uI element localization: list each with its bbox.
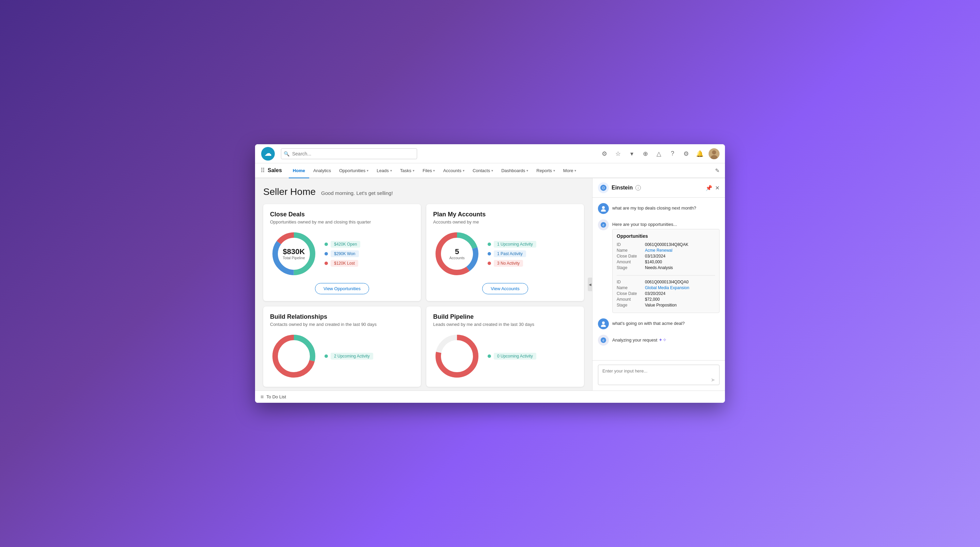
build-relationships-card: Build Relationships Contacts owned by me… [263, 306, 421, 387]
einstein-chat-avatar-1: e [598, 219, 609, 230]
opp1-id-row: ID 0061Q000013I4Q8QAK [617, 242, 715, 247]
chat-message-user2: what's going on with that acme deal? [598, 319, 719, 329]
files-chevron: ▾ [433, 169, 435, 173]
legend-dot-no-activity [488, 262, 491, 265]
plan-accounts-subtitle: Accounts owned by me [433, 219, 577, 225]
accounts-chevron: ▾ [463, 169, 465, 173]
search-input[interactable] [281, 148, 417, 159]
opp1-date-value: 03/13/2024 [645, 254, 665, 258]
einstein-avatar-icon: ⊙ [598, 182, 609, 193]
favorites-icon[interactable]: ☆ [613, 149, 623, 159]
add-icon[interactable]: ⊕ [641, 149, 650, 159]
svg-text:☁: ☁ [264, 150, 271, 157]
nav-item-accounts[interactable]: Accounts ▾ [439, 163, 468, 178]
chat-message-bot1: e Here are your top opportunities... Opp… [598, 219, 719, 313]
close-deals-subtitle: Opportunities owned by me and closing th… [270, 219, 414, 225]
legend-badge-past: 1 Past Activity [494, 251, 526, 257]
opp2-name-link[interactable]: Global Media Expansion [645, 285, 689, 290]
help-setup-icon[interactable]: ⚙ [600, 149, 609, 159]
view-opportunities-button[interactable]: View Opportunities [315, 283, 369, 294]
user-avatar[interactable] [709, 148, 719, 159]
opp1-name-label: Name [617, 248, 642, 253]
legend-badge-won: $290K Won [331, 251, 359, 257]
build-relationships-title: Build Relationships [270, 313, 414, 320]
einstein-info-icon[interactable]: i [635, 185, 641, 190]
nav-edit-icon[interactable]: ✎ [715, 167, 719, 174]
opp2-amount-label: Amount [617, 297, 642, 302]
opp-table-title: Opportunities [617, 233, 715, 239]
top-actions: ⚙ ☆ ▾ ⊕ △ ? ⚙ 🔔 [600, 148, 719, 159]
user-chat-avatar [598, 203, 609, 214]
salesforce-logo[interactable]: ☁ [261, 146, 275, 161]
close-deals-value: $830K [283, 247, 305, 256]
opp2-amount-value: $72,000 [645, 297, 660, 302]
nav-brand: Sales [268, 167, 282, 173]
einstein-chat-avatar-2: e [598, 335, 609, 346]
build-pipeline-donut [433, 332, 481, 380]
opp1-date-row: Close Date 03/13/2024 [617, 254, 715, 258]
dashboards-chevron: ▾ [527, 169, 528, 173]
user-chat-avatar-2 [598, 319, 609, 329]
nav-item-dashboards[interactable]: Dashboards ▾ [497, 163, 532, 178]
opp1-amount-value: $140,000 [645, 260, 662, 264]
nav-item-contacts[interactable]: Contacts ▾ [469, 163, 497, 178]
plan-accounts-title: Plan My Accounts [433, 211, 577, 218]
view-accounts-button[interactable]: View Accounts [482, 283, 528, 294]
chat-text-bot1: Here are your top opportunities... [612, 219, 719, 228]
legend-item-past: 1 Past Activity [488, 251, 577, 257]
legend-badge-open: $420K Open [331, 241, 360, 247]
einstein-pin-icon[interactable]: 📌 [706, 185, 712, 191]
todo-list-label[interactable]: To Do List [266, 394, 286, 400]
nav-item-files[interactable]: Files ▾ [418, 163, 439, 178]
nav-item-more[interactable]: More ▾ [559, 163, 581, 178]
einstein-send-button[interactable]: ➤ [709, 376, 717, 384]
main-layout: Seller Home Good morning. Let's get sell… [255, 178, 725, 390]
legend-item-br-upcoming: 2 Upcoming Activity [325, 353, 414, 360]
opportunities-chevron: ▾ [367, 169, 368, 173]
legend-badge-upcoming: 1 Upcoming Activity [494, 241, 536, 247]
trailhead-icon[interactable]: △ [654, 149, 663, 159]
app-window: ☁ 🔍 ⚙ ☆ ▾ ⊕ △ ? ⚙ 🔔 ⠿ Sales [255, 144, 725, 403]
einstein-title: Einstein [612, 185, 633, 191]
einstein-text-input[interactable] [598, 365, 719, 385]
close-deals-card: Close Deals Opportunities owned by me an… [263, 204, 421, 301]
svg-point-20 [602, 206, 605, 209]
legend-dot-bp-upcoming [488, 354, 491, 358]
todo-list-icon: ≡ [261, 394, 264, 400]
help-icon[interactable]: ? [668, 149, 677, 159]
nav-item-tasks[interactable]: Tasks ▾ [396, 163, 418, 178]
einstein-panel: ◀ ⊙ Einstein i 📌 ✕ [592, 178, 725, 390]
build-pipeline-body: 0 Upcoming Activity [433, 332, 577, 380]
apps-grid-icon[interactable]: ⠿ [261, 167, 265, 174]
nav-item-analytics[interactable]: Analytics [309, 163, 335, 178]
opp1-date-label: Close Date [617, 254, 642, 258]
einstein-close-icon[interactable]: ✕ [715, 185, 719, 191]
favorites-dropdown-icon[interactable]: ▾ [627, 149, 636, 159]
notifications-icon[interactable]: 🔔 [695, 149, 705, 159]
nav-item-leads[interactable]: Leads ▾ [372, 163, 396, 178]
opp2-stage-value: Value Proposition [645, 303, 676, 308]
nav-item-reports[interactable]: Reports ▾ [532, 163, 559, 178]
settings-icon[interactable]: ⚙ [681, 149, 691, 159]
legend-item-lost: $120K Lost [325, 260, 414, 267]
nav-item-opportunities[interactable]: Opportunities ▾ [335, 163, 372, 178]
opp2-date-value: 03/20/2024 [645, 291, 665, 296]
opp2-name-row: Name Global Media Expansion [617, 285, 715, 290]
chat-message-bot2: e Analyzing your request ✦✧ [598, 335, 719, 346]
opp1-amount-row: Amount $140,000 [617, 260, 715, 264]
page-subtitle: Good morning. Let's get selling! [321, 190, 393, 196]
opp1-name-link[interactable]: Acme Renewal [645, 248, 673, 253]
close-deals-legend: $420K Open $290K Won $120K Lost [325, 241, 414, 267]
opp-record-2: ID 0061Q000013I4QDQA0 Name Global Media … [617, 280, 715, 308]
nav-item-home[interactable]: Home [289, 163, 309, 178]
build-pipeline-subtitle: Leads owned by me and created in the las… [433, 322, 577, 327]
svg-text:⊙: ⊙ [602, 186, 605, 190]
svg-point-3 [712, 151, 716, 154]
close-deals-donut-center: $830K Total Pipeline [283, 247, 305, 260]
analyzing-dots: ✦✧ [659, 337, 667, 342]
opp2-stage-row: Stage Value Proposition [617, 303, 715, 308]
legend-item-bp-upcoming: 0 Upcoming Activity [488, 353, 577, 360]
panel-collapse-button[interactable]: ◀ [588, 277, 592, 291]
opp1-id-value: 0061Q000013I4Q8QAK [645, 242, 688, 247]
opp2-date-row: Close Date 03/20/2024 [617, 291, 715, 296]
